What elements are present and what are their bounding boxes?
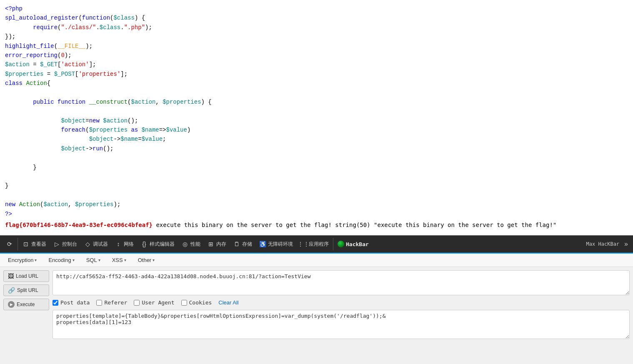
url-input[interactable]: http://caf5652a-ff52-4463-ad4a-422a13814… — [53, 270, 630, 295]
hackbar-right-content: http://caf5652a-ff52-4463-ad4a-422a13814… — [53, 270, 630, 339]
cookies-checkbox[interactable] — [181, 300, 187, 306]
code-line: class Action{ — [5, 79, 628, 88]
code-line: <?php — [5, 4, 628, 13]
execute-label: Execute — [17, 302, 35, 307]
clear-all-button[interactable]: Clear All — [218, 299, 238, 306]
debugger-label: 调试器 — [93, 241, 108, 248]
load-url-label: Load URL — [16, 273, 38, 279]
code-line: $object->$name=$value; — [5, 135, 628, 144]
code-line: highlight_file(__FILE__); — [5, 42, 628, 51]
user-agent-label: User Agent — [142, 299, 174, 306]
debugger-icon: ◇ — [84, 240, 91, 248]
sql-menu-label: SQL — [86, 257, 97, 263]
other-menu-label: Other — [138, 257, 152, 263]
code-line — [5, 88, 628, 97]
code-line: error_reporting(0); — [5, 51, 628, 60]
other-menu-btn[interactable]: Other ▾ — [133, 255, 160, 265]
xss-menu-btn[interactable]: XSS ▾ — [108, 255, 131, 265]
user-agent-checkbox-label[interactable]: User Agent — [134, 299, 174, 306]
hackbar-panel: Encryption ▾ Encoding ▾ SQL ▾ XSS ▾ Othe… — [0, 253, 633, 364]
storage-icon: 🗒 — [233, 240, 240, 248]
inspector-icon: ⊡ — [22, 240, 30, 248]
encryption-menu-btn[interactable]: Encryption ▾ — [3, 255, 41, 265]
code-line: } — [5, 181, 628, 190]
code-line: spl_autoload_register(function($class) { — [5, 13, 628, 22]
post-data-checkbox-label[interactable]: Post data — [53, 299, 90, 306]
style-icon: {} — [140, 240, 148, 248]
code-line: }); — [5, 32, 628, 41]
apps-label: 应用程序 — [309, 241, 329, 248]
encoding-menu-btn[interactable]: Encoding ▾ — [44, 255, 79, 265]
execute-button[interactable]: ▶ Execute — [3, 299, 49, 310]
code-line: } — [5, 163, 628, 172]
browser-toolbar: ⟳ ⊡ 查看器 ▷ 控制台 ◇ 调试器 ↕ 网络 {} 样式编辑器 ◎ 性能 ⊞… — [0, 235, 633, 253]
hackbar-dot-icon — [338, 241, 344, 247]
toolbar-debugger-btn[interactable]: ◇ 调试器 — [80, 239, 111, 249]
perf-label: 性能 — [190, 241, 200, 248]
storage-label: 存储 — [242, 241, 252, 248]
referer-checkbox[interactable] — [96, 300, 102, 306]
toolbar-a11y-btn[interactable]: ♿ 无障碍环境 — [255, 239, 296, 249]
load-url-button[interactable]: 🖼 Load URL — [3, 270, 49, 282]
toolbar-storage-btn[interactable]: 🗒 存储 — [230, 239, 255, 249]
post-data-input[interactable]: properties[template]={TableBody}&propert… — [53, 310, 630, 339]
referer-label: Referer — [104, 299, 127, 306]
code-line: require("./class/".$class.".php"); — [5, 23, 628, 32]
user-agent-checkbox[interactable] — [134, 300, 140, 306]
console-label: 控制台 — [62, 241, 77, 248]
maxhackbar-label: Max HacKBar — [584, 241, 622, 247]
a11y-icon: ♿ — [259, 240, 266, 248]
toolbar-network-btn[interactable]: ↕ 网络 — [111, 239, 137, 249]
code-line: $action = $_GET['action']; — [5, 60, 628, 69]
code-line: $object=new $action(); — [5, 116, 628, 125]
toolbar-style-btn[interactable]: {} 样式编辑器 — [137, 239, 178, 249]
split-url-button[interactable]: 🔗 Split URL — [3, 284, 49, 296]
code-line — [5, 153, 628, 162]
post-data-label: Post data — [60, 299, 90, 306]
toolbar-divider — [18, 238, 18, 250]
style-label: 样式编辑器 — [150, 241, 175, 248]
hackbar-menu-bar: Encryption ▾ Encoding ▾ SQL ▾ XSS ▾ Othe… — [0, 254, 633, 267]
encryption-arrow-icon: ▾ — [35, 258, 37, 262]
sql-menu-btn[interactable]: SQL ▾ — [82, 255, 105, 265]
hackbar-content: 🖼 Load URL 🔗 Split URL ▶ Execute http://… — [0, 267, 633, 342]
code-display: <?php spl_autoload_register(function($cl… — [0, 0, 633, 235]
xss-arrow-icon: ▾ — [124, 258, 126, 262]
home-icon: ⟳ — [6, 240, 13, 248]
load-url-icon: 🖼 — [8, 273, 14, 279]
toolbar-perf-btn[interactable]: ◎ 性能 — [178, 239, 204, 249]
code-line: public function __construct($action, $pr… — [5, 97, 628, 107]
referer-checkbox-label[interactable]: Referer — [96, 299, 127, 306]
a11y-label: 无障碍环境 — [268, 241, 293, 248]
chevron-btn[interactable]: » — [622, 240, 630, 248]
post-data-row: Post data Referer User Agent Cookies Cle… — [53, 299, 630, 307]
cookies-checkbox-label[interactable]: Cookies — [181, 299, 212, 306]
toolbar-home-btn[interactable]: ⟳ — [3, 239, 17, 249]
split-url-icon: 🔗 — [8, 287, 15, 294]
code-line: $properties = $_POST['properties']; — [5, 70, 628, 79]
toolbar-apps-btn[interactable]: ⋮⋮ 应用程序 — [296, 239, 332, 249]
hackbar-brand: HackBar — [334, 241, 372, 247]
inspector-label: 查看器 — [31, 241, 46, 248]
toolbar-console-btn[interactable]: ▷ 控制台 — [50, 239, 80, 249]
console-icon: ▷ — [53, 240, 60, 248]
toolbar-memory-btn[interactable]: ⊞ 内存 — [204, 239, 230, 249]
flag-output: flag{670bf146-68b7-4ea9-83ef-ec096c4bfea… — [5, 219, 628, 231]
toolbar-inspector-btn[interactable]: ⊡ 查看器 — [19, 239, 50, 249]
encoding-menu-label: Encoding — [48, 257, 71, 263]
network-icon: ↕ — [115, 240, 122, 248]
network-label: 网络 — [124, 241, 134, 248]
sql-arrow-icon: ▾ — [98, 258, 100, 262]
hackbar-name: HackBar — [346, 241, 369, 247]
post-data-checkbox[interactable] — [53, 300, 58, 306]
memory-icon: ⊞ — [207, 240, 215, 248]
code-line: foreach($properties as $name=>$value) — [5, 125, 628, 135]
execute-play-icon: ▶ — [8, 301, 15, 308]
encryption-menu-label: Encryption — [8, 257, 33, 263]
perf-icon: ◎ — [181, 240, 189, 248]
cookies-label: Cookies — [189, 299, 212, 306]
other-arrow-icon: ▾ — [153, 258, 155, 262]
apps-icon: ⋮⋮ — [300, 240, 307, 248]
code-line: new Action($action, $properties); — [5, 200, 628, 209]
memory-label: 内存 — [216, 241, 226, 248]
